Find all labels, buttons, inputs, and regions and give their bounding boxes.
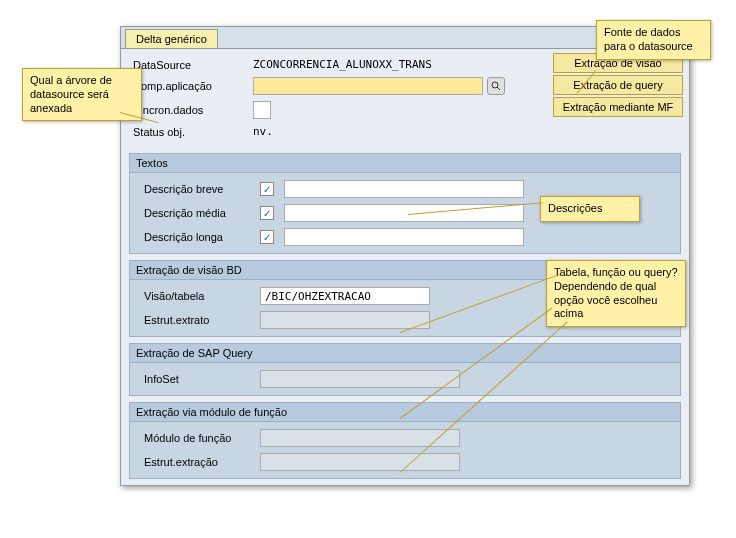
svg-line-1 <box>497 87 500 90</box>
extraction-buttons: Extração de visão Extração de query Extr… <box>553 53 683 117</box>
ext-sap-query-group: Extração de SAP Query InfoSet <box>129 343 681 396</box>
top-form: DataSource ZCONCORRENCIA_ALUNOXX_TRANS C… <box>121 49 689 147</box>
sincron-input[interactable] <box>253 101 271 119</box>
extracao-query-button[interactable]: Extração de query <box>553 75 683 95</box>
desc-longa-input[interactable] <box>284 228 524 246</box>
ext-sap-query-title: Extração de SAP Query <box>130 344 680 363</box>
datasource-value: ZCONCORRENCIA_ALUNOXX_TRANS <box>253 58 432 71</box>
status-value: nv. <box>253 125 273 138</box>
datasource-label: DataSource <box>129 59 249 71</box>
textos-title: Textos <box>130 154 680 173</box>
tab-delta-generico[interactable]: Delta genérico <box>125 29 218 48</box>
desc-breve-checkbox[interactable]: ✓ <box>260 182 274 196</box>
main-panel: Delta genérico DataSource ZCONCORRENCIA_… <box>120 26 690 486</box>
ext-modulo-title: Extração via módulo de função <box>130 403 680 422</box>
estrut-extrato-label: Estrut.extrato <box>136 314 256 326</box>
comp-aplicacao-input[interactable] <box>253 77 483 95</box>
desc-longa-label: Descrição longa <box>136 231 256 243</box>
comp-aplicacao-label: Comp.aplicação <box>129 80 249 92</box>
desc-media-label: Descrição média <box>136 207 256 219</box>
visao-tabela-label: Visão/tabela <box>136 290 256 302</box>
desc-media-checkbox[interactable]: ✓ <box>260 206 274 220</box>
desc-breve-label: Descrição breve <box>136 183 256 195</box>
status-label: Status obj. <box>129 126 249 138</box>
desc-breve-input[interactable] <box>284 180 524 198</box>
estrut-extrato-input[interactable] <box>260 311 430 329</box>
callout-fonte-dados: Fonte de dados para o datasource <box>596 20 711 60</box>
extracao-mf-button[interactable]: Extração mediante MF <box>553 97 683 117</box>
estrut-extracao-input[interactable] <box>260 453 460 471</box>
search-help-icon[interactable] <box>487 77 505 95</box>
modulo-funcao-label: Módulo de função <box>136 432 256 444</box>
desc-longa-checkbox[interactable]: ✓ <box>260 230 274 244</box>
sincron-label: Sincron.dados <box>129 104 249 116</box>
infoset-input[interactable] <box>260 370 460 388</box>
visao-tabela-input[interactable] <box>260 287 430 305</box>
callout-tabela-funcao-query: Tabela, função ou query? Dependendo de q… <box>546 260 686 327</box>
estrut-extracao-label: Estrut.extração <box>136 456 256 468</box>
infoset-label: InfoSet <box>136 373 256 385</box>
callout-descricoes: Descrições <box>540 196 640 222</box>
